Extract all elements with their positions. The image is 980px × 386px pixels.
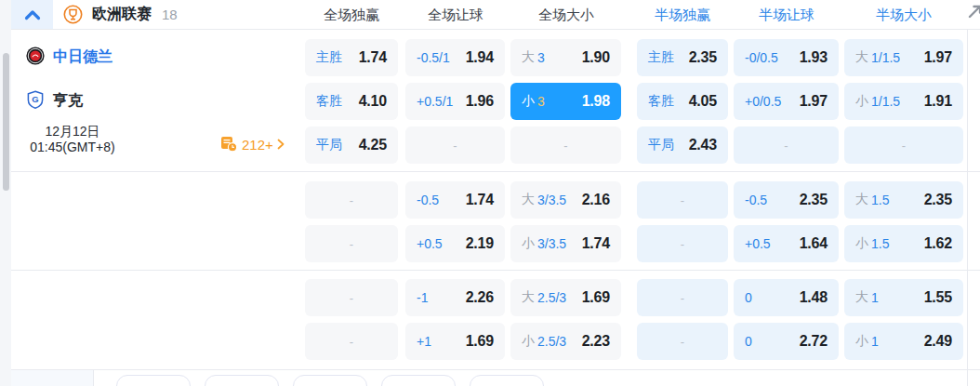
odds-cell[interactable]: 小3/3.51.74: [510, 225, 621, 262]
away-team-name[interactable]: 亨克: [53, 91, 83, 111]
odds-cell[interactable]: 主胜2.35: [637, 39, 728, 76]
odds-group-main: 主胜1.74 -0.5/11.94 大31.90 主胜2.35 -0/0.51.…: [305, 39, 963, 170]
divider: [11, 29, 980, 30]
market-pill[interactable]: [293, 375, 367, 386]
pin-arrow-icon[interactable]: [968, 4, 980, 22]
next-section-divider: [93, 370, 94, 386]
collapse-league-button[interactable]: [11, 0, 53, 29]
match-datetime: 12月12日 01:45(GMT+8): [13, 124, 132, 155]
odds-screen: 欧洲联赛 18 全场独赢 全场让球 全场大小 半场独赢 半场让球 半场大小 中日…: [0, 0, 980, 386]
odds-cell-empty: -: [637, 279, 728, 316]
next-section-left-block: [11, 370, 93, 386]
home-team-logo: [26, 47, 45, 65]
odds-cell[interactable]: 大1.52.35: [844, 181, 963, 219]
odds-cell[interactable]: +0.5/11.96: [405, 83, 505, 120]
home-team-name[interactable]: 中日德兰: [53, 47, 113, 67]
odds-cell-empty: -: [305, 323, 398, 360]
column-header-ft-ou: 全场大小: [538, 7, 594, 24]
column-header-ht-1x2[interactable]: 半场独赢: [655, 7, 710, 24]
odds-row: - -0.51.74 大3/3.52.16 - -0.52.35 大1.52.3…: [305, 181, 963, 219]
column-header-ft-handicap: 全场让球: [428, 7, 483, 24]
divider: [11, 369, 980, 370]
odds-cell[interactable]: -0.5/11.94: [405, 39, 505, 76]
chevron-right-icon: [277, 139, 285, 150]
market-pill[interactable]: [205, 375, 279, 386]
odds-row: 客胜4.10 +0.5/11.96 小31.98 客胜4.05 +0/0.51.…: [305, 83, 963, 120]
column-header-ht-ou[interactable]: 半场大小: [876, 7, 932, 24]
odds-cell-selected[interactable]: 小31.98: [510, 83, 621, 120]
odds-cell[interactable]: 平局2.43: [637, 126, 728, 164]
odds-cell[interactable]: 大2.5/31.69: [510, 279, 621, 316]
divider: [11, 171, 980, 172]
odds-cell[interactable]: 01.48: [734, 279, 839, 316]
odds-cell[interactable]: 02.72: [734, 323, 839, 360]
match-time: 01:45(GMT+8): [13, 140, 132, 155]
odds-row: 平局4.25 - - 平局2.43 - -: [305, 126, 963, 164]
odds-cell[interactable]: +11.69: [405, 323, 505, 360]
odds-row: 主胜1.74 -0.5/11.94 大31.90 主胜2.35 -0/0.51.…: [305, 39, 963, 76]
more-markets-count: 212+: [242, 137, 273, 153]
odds-cell[interactable]: -0/0.51.93: [734, 39, 839, 76]
odds-cell[interactable]: 客胜4.05: [637, 83, 728, 120]
odds-group-alt1: - -0.51.74 大3/3.52.16 - -0.52.35 大1.52.3…: [305, 181, 963, 269]
odds-cell[interactable]: 大11.55: [844, 279, 963, 316]
scrollbar-track[interactable]: [0, 0, 11, 386]
odds-cell[interactable]: 客胜4.10: [305, 83, 398, 120]
odds-cell[interactable]: 小12.49: [844, 323, 963, 360]
market-pill[interactable]: [116, 375, 191, 386]
match-date: 12月12日: [13, 124, 132, 140]
odds-cell-empty: -: [844, 126, 963, 164]
market-pill[interactable]: [470, 375, 544, 386]
odds-cell[interactable]: -12.26: [405, 279, 505, 316]
odds-cell-empty: -: [637, 323, 728, 360]
odds-cell-empty: -: [510, 126, 621, 164]
away-team-logo: G: [26, 90, 45, 109]
odds-cell[interactable]: -0.52.35: [734, 181, 839, 219]
odds-cell-empty: -: [305, 181, 398, 219]
europa-trophy-icon: [63, 5, 83, 24]
odds-row: - +11.69 小2.5/32.23 - 02.72 小12.49: [305, 323, 963, 360]
svg-text:G: G: [32, 94, 38, 104]
odds-cell[interactable]: 小1/1.51.91: [844, 83, 963, 120]
league-match-count: 18: [162, 7, 178, 22]
league-name: 欧洲联赛: [92, 5, 152, 24]
odds-cell-empty: -: [734, 126, 839, 164]
odds-row: - -12.26 大2.5/31.69 - 01.48 大11.55: [305, 279, 963, 316]
odds-cell[interactable]: 大1/1.51.97: [844, 39, 963, 76]
scrollbar-thumb[interactable]: [3, 53, 9, 191]
column-header-ht-handicap[interactable]: 半场让球: [759, 7, 814, 24]
markets-clock-icon: [220, 136, 238, 153]
odds-cell-empty: -: [305, 225, 398, 262]
next-section-pills: [116, 375, 544, 386]
odds-cell[interactable]: 平局4.25: [305, 126, 398, 164]
odds-cell[interactable]: 主胜1.74: [305, 39, 398, 76]
odds-cell-empty: -: [405, 126, 505, 164]
column-header-ft-1x2: 全场独赢: [324, 7, 379, 24]
odds-cell[interactable]: +0.52.19: [405, 225, 505, 262]
more-markets-link[interactable]: 212+: [220, 136, 285, 153]
right-panel-divider: [967, 29, 968, 386]
odds-row: - +0.52.19 小3/3.51.74 - +0.51.64 小1.51.6…: [305, 225, 963, 262]
odds-cell[interactable]: -0.51.74: [405, 181, 505, 219]
odds-group-alt2: - -12.26 大2.5/31.69 - 01.48 大11.55 - +11…: [305, 279, 963, 366]
odds-cell[interactable]: +0/0.51.97: [734, 83, 839, 120]
divider: [11, 270, 980, 271]
market-pill[interactable]: [381, 375, 456, 386]
chevron-up-icon: [24, 9, 41, 20]
odds-cell[interactable]: 大3/3.52.16: [510, 181, 621, 219]
odds-cell-empty: -: [637, 225, 728, 262]
league-header: 欧洲联赛 18: [63, 0, 178, 29]
odds-cell-empty: -: [637, 181, 728, 219]
odds-cell[interactable]: 大31.90: [510, 39, 621, 76]
odds-cell[interactable]: +0.51.64: [734, 225, 839, 262]
odds-cell[interactable]: 小2.5/32.23: [510, 323, 621, 360]
odds-cell-empty: -: [305, 279, 398, 316]
odds-cell[interactable]: 小1.51.62: [844, 225, 963, 262]
